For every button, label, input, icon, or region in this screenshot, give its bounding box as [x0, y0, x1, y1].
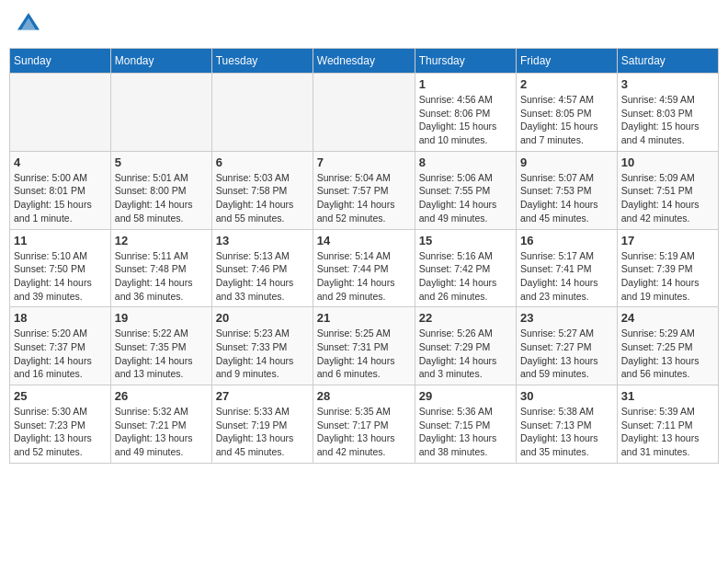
calendar-day-cell — [313, 74, 415, 152]
day-number: 21 — [317, 311, 411, 325]
calendar-header-row: SundayMondayTuesdayWednesdayThursdayFrid… — [10, 49, 719, 74]
calendar-day-cell: 31Sunrise: 5:39 AM Sunset: 7:11 PM Dayli… — [617, 385, 718, 464]
day-number: 16 — [520, 234, 613, 247]
day-number: 27 — [216, 389, 309, 403]
logo — [14, 9, 47, 39]
day-info: Sunrise: 5:09 AM Sunset: 7:51 PM Dayligh… — [621, 171, 714, 225]
calendar-day-cell: 1Sunrise: 4:56 AM Sunset: 8:06 PM Daylig… — [415, 74, 516, 152]
day-number: 29 — [419, 389, 512, 403]
calendar-day-cell: 11Sunrise: 5:10 AM Sunset: 7:50 PM Dayli… — [10, 229, 111, 307]
calendar-day-cell: 9Sunrise: 5:07 AM Sunset: 7:53 PM Daylig… — [516, 151, 617, 229]
calendar-day-cell: 20Sunrise: 5:23 AM Sunset: 7:33 PM Dayli… — [211, 307, 313, 385]
day-info: Sunrise: 5:33 AM Sunset: 7:19 PM Dayligh… — [216, 405, 309, 459]
day-number: 30 — [520, 389, 613, 403]
day-number: 23 — [520, 311, 613, 325]
day-info: Sunrise: 5:38 AM Sunset: 7:13 PM Dayligh… — [520, 405, 613, 459]
calendar-day-cell: 28Sunrise: 5:35 AM Sunset: 7:17 PM Dayli… — [313, 385, 415, 464]
day-info: Sunrise: 5:19 AM Sunset: 7:39 PM Dayligh… — [621, 249, 714, 304]
day-info: Sunrise: 5:32 AM Sunset: 7:21 PM Dayligh… — [115, 405, 208, 459]
calendar-week-row: 25Sunrise: 5:30 AM Sunset: 7:23 PM Dayli… — [10, 385, 719, 464]
day-info: Sunrise: 4:56 AM Sunset: 8:06 PM Dayligh… — [419, 93, 512, 147]
day-info: Sunrise: 5:06 AM Sunset: 7:55 PM Dayligh… — [419, 171, 512, 225]
calendar-day-cell: 24Sunrise: 5:29 AM Sunset: 7:25 PM Dayli… — [617, 307, 718, 385]
day-info: Sunrise: 5:07 AM Sunset: 7:53 PM Dayligh… — [520, 171, 613, 225]
day-info: Sunrise: 5:36 AM Sunset: 7:15 PM Dayligh… — [419, 405, 512, 459]
calendar-day-cell: 30Sunrise: 5:38 AM Sunset: 7:13 PM Dayli… — [516, 385, 617, 464]
calendar-day-cell: 14Sunrise: 5:14 AM Sunset: 7:44 PM Dayli… — [313, 229, 415, 307]
day-number: 22 — [419, 311, 512, 325]
logo-icon — [14, 9, 43, 39]
day-info: Sunrise: 5:17 AM Sunset: 7:41 PM Dayligh… — [520, 249, 613, 304]
day-number: 6 — [216, 155, 309, 169]
calendar-day-cell: 15Sunrise: 5:16 AM Sunset: 7:42 PM Dayli… — [415, 229, 516, 307]
calendar-day-cell: 5Sunrise: 5:01 AM Sunset: 8:00 PM Daylig… — [110, 151, 211, 229]
day-number: 31 — [621, 389, 714, 403]
day-of-week-header: Thursday — [415, 49, 516, 74]
calendar-day-cell: 6Sunrise: 5:03 AM Sunset: 7:58 PM Daylig… — [211, 151, 313, 229]
day-number: 2 — [520, 77, 613, 91]
day-info: Sunrise: 5:01 AM Sunset: 8:00 PM Dayligh… — [115, 171, 208, 225]
day-info: Sunrise: 4:57 AM Sunset: 8:05 PM Dayligh… — [520, 93, 613, 147]
day-number: 20 — [216, 311, 309, 325]
day-number: 12 — [115, 234, 208, 247]
calendar-day-cell: 26Sunrise: 5:32 AM Sunset: 7:21 PM Dayli… — [110, 385, 211, 464]
day-info: Sunrise: 5:04 AM Sunset: 7:57 PM Dayligh… — [317, 171, 411, 225]
day-of-week-header: Sunday — [10, 49, 111, 74]
day-number: 9 — [520, 155, 613, 169]
day-number: 18 — [14, 311, 107, 325]
calendar-day-cell: 13Sunrise: 5:13 AM Sunset: 7:46 PM Dayli… — [211, 229, 313, 307]
day-info: Sunrise: 5:03 AM Sunset: 7:58 PM Dayligh… — [216, 171, 309, 225]
day-info: Sunrise: 5:14 AM Sunset: 7:44 PM Dayligh… — [317, 249, 411, 304]
calendar-day-cell: 2Sunrise: 4:57 AM Sunset: 8:05 PM Daylig… — [516, 74, 617, 152]
calendar-day-cell: 8Sunrise: 5:06 AM Sunset: 7:55 PM Daylig… — [415, 151, 516, 229]
day-info: Sunrise: 5:25 AM Sunset: 7:31 PM Dayligh… — [317, 327, 411, 381]
calendar-day-cell — [10, 74, 111, 152]
calendar-day-cell: 23Sunrise: 5:27 AM Sunset: 7:27 PM Dayli… — [516, 307, 617, 385]
day-info: Sunrise: 5:30 AM Sunset: 7:23 PM Dayligh… — [14, 405, 107, 459]
day-number: 28 — [317, 389, 411, 403]
day-info: Sunrise: 5:16 AM Sunset: 7:42 PM Dayligh… — [419, 249, 512, 304]
calendar-day-cell: 4Sunrise: 5:00 AM Sunset: 8:01 PM Daylig… — [10, 151, 111, 229]
calendar-day-cell: 18Sunrise: 5:20 AM Sunset: 7:37 PM Dayli… — [10, 307, 111, 385]
day-of-week-header: Tuesday — [211, 49, 313, 74]
calendar-day-cell: 7Sunrise: 5:04 AM Sunset: 7:57 PM Daylig… — [313, 151, 415, 229]
day-number: 1 — [419, 77, 512, 91]
calendar-week-row: 11Sunrise: 5:10 AM Sunset: 7:50 PM Dayli… — [10, 229, 719, 307]
calendar-table: SundayMondayTuesdayWednesdayThursdayFrid… — [9, 48, 719, 464]
day-number: 5 — [115, 155, 208, 169]
day-info: Sunrise: 5:20 AM Sunset: 7:37 PM Dayligh… — [14, 327, 107, 381]
calendar-day-cell: 25Sunrise: 5:30 AM Sunset: 7:23 PM Dayli… — [10, 385, 111, 464]
calendar-day-cell — [211, 74, 313, 152]
day-number: 7 — [317, 155, 411, 169]
day-info: Sunrise: 4:59 AM Sunset: 8:03 PM Dayligh… — [621, 93, 714, 147]
day-info: Sunrise: 5:23 AM Sunset: 7:33 PM Dayligh… — [216, 327, 309, 381]
day-number: 8 — [419, 155, 512, 169]
day-number: 15 — [419, 234, 512, 247]
day-info: Sunrise: 5:00 AM Sunset: 8:01 PM Dayligh… — [14, 171, 107, 225]
calendar-day-cell: 22Sunrise: 5:26 AM Sunset: 7:29 PM Dayli… — [415, 307, 516, 385]
day-info: Sunrise: 5:10 AM Sunset: 7:50 PM Dayligh… — [14, 249, 107, 304]
day-number: 4 — [14, 155, 107, 169]
calendar-day-cell: 19Sunrise: 5:22 AM Sunset: 7:35 PM Dayli… — [110, 307, 211, 385]
day-info: Sunrise: 5:35 AM Sunset: 7:17 PM Dayligh… — [317, 405, 411, 459]
day-number: 14 — [317, 234, 411, 247]
day-number: 13 — [216, 234, 309, 247]
day-of-week-header: Monday — [110, 49, 211, 74]
calendar-day-cell — [110, 74, 211, 152]
calendar-week-row: 18Sunrise: 5:20 AM Sunset: 7:37 PM Dayli… — [10, 307, 719, 385]
calendar-day-cell: 27Sunrise: 5:33 AM Sunset: 7:19 PM Dayli… — [211, 385, 313, 464]
day-number: 10 — [621, 155, 714, 169]
day-of-week-header: Wednesday — [313, 49, 415, 74]
day-of-week-header: Saturday — [617, 49, 718, 74]
day-info: Sunrise: 5:29 AM Sunset: 7:25 PM Dayligh… — [621, 327, 714, 381]
calendar-day-cell: 21Sunrise: 5:25 AM Sunset: 7:31 PM Dayli… — [313, 307, 415, 385]
day-info: Sunrise: 5:27 AM Sunset: 7:27 PM Dayligh… — [520, 327, 613, 381]
day-info: Sunrise: 5:26 AM Sunset: 7:29 PM Dayligh… — [419, 327, 512, 381]
calendar-day-cell: 16Sunrise: 5:17 AM Sunset: 7:41 PM Dayli… — [516, 229, 617, 307]
day-info: Sunrise: 5:39 AM Sunset: 7:11 PM Dayligh… — [621, 405, 714, 459]
page-header — [9, 9, 719, 39]
day-number: 24 — [621, 311, 714, 325]
day-number: 26 — [115, 389, 208, 403]
day-info: Sunrise: 5:11 AM Sunset: 7:48 PM Dayligh… — [115, 249, 208, 304]
calendar-day-cell: 3Sunrise: 4:59 AM Sunset: 8:03 PM Daylig… — [617, 74, 718, 152]
